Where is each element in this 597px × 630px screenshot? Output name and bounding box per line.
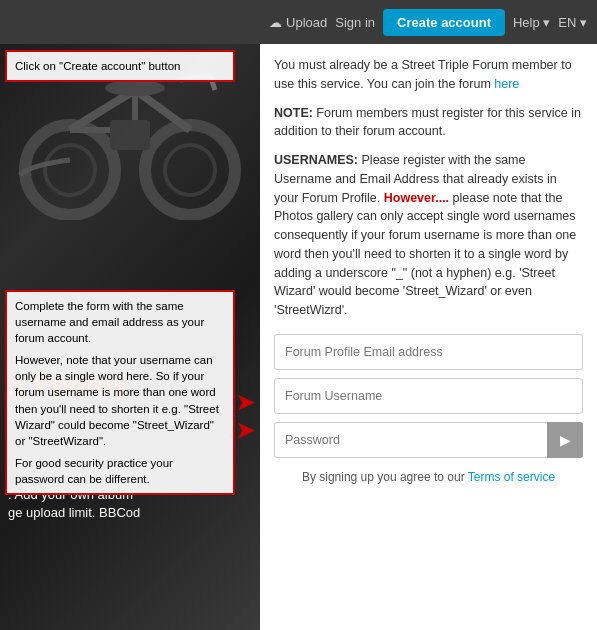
svg-point-2 <box>45 145 95 195</box>
join-info-text: You must already be a Street Triple Foru… <box>274 56 583 94</box>
annotation-create-account: Click on "Create account" button <box>5 50 235 82</box>
annotation-form-instructions: Complete the form with the same username… <box>5 290 235 495</box>
username-field-wrap <box>274 378 583 414</box>
arrow-to-email-input: ➤ <box>236 390 254 416</box>
password-submit-icon[interactable] <box>547 422 583 458</box>
main-content-panel: You must already be a Street Triple Foru… <box>260 44 597 630</box>
note-text: NOTE: Forum members must register for th… <box>274 104 583 142</box>
svg-point-10 <box>105 80 165 96</box>
help-button[interactable]: Help ▾ <box>513 15 550 30</box>
here-link[interactable]: here <box>494 77 519 91</box>
upload-button[interactable]: ☁ Upload <box>269 15 327 30</box>
arrow-to-username-input: ➤ <box>236 418 254 444</box>
registration-form: By signing up you agree to our Terms of … <box>274 334 583 486</box>
username-input[interactable] <box>274 378 583 414</box>
create-account-button[interactable]: Create account <box>383 9 505 36</box>
password-field-wrap <box>274 422 583 458</box>
svg-point-0 <box>25 125 115 215</box>
password-input[interactable] <box>274 422 583 458</box>
signin-button[interactable]: Sign in <box>335 15 375 30</box>
terms-link[interactable]: Terms of service <box>468 470 555 484</box>
svg-point-3 <box>165 145 215 195</box>
svg-rect-11 <box>110 120 150 150</box>
svg-point-1 <box>145 125 235 215</box>
email-input[interactable] <box>274 334 583 370</box>
terms-text: By signing up you agree to our Terms of … <box>274 468 583 486</box>
usernames-text: USERNAMES: Please register with the same… <box>274 151 583 320</box>
language-selector[interactable]: EN ▾ <box>558 15 587 30</box>
navbar: ☁ Upload Sign in Create account Help ▾ E… <box>0 0 597 44</box>
upload-icon: ☁ <box>269 15 282 30</box>
email-field-wrap <box>274 334 583 370</box>
